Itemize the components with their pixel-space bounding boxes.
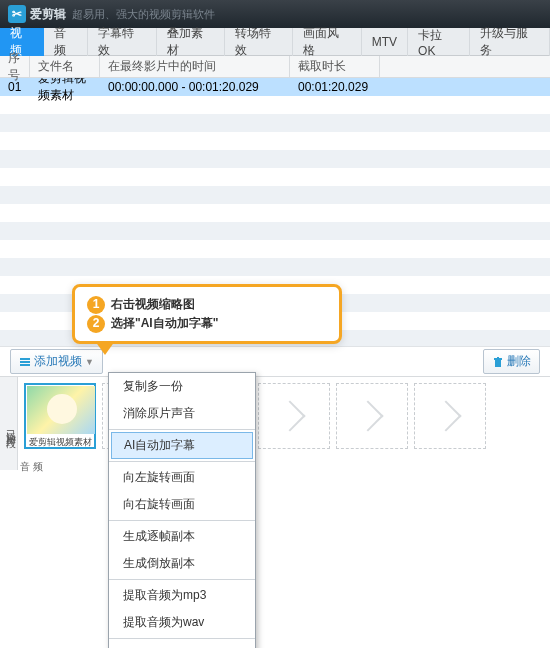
list-icon — [19, 356, 31, 368]
table-row — [0, 150, 550, 168]
col-duration: 截取时长 — [290, 56, 380, 77]
delete-button[interactable]: 删除 — [483, 349, 540, 374]
separator — [109, 429, 255, 430]
table-row — [0, 168, 550, 186]
ctx-extract-mp3[interactable]: 提取音频为mp3 — [109, 582, 255, 609]
ctx-media-info[interactable]: 媒体信息 — [109, 641, 255, 648]
table-row — [0, 240, 550, 258]
separator — [109, 461, 255, 462]
tab-mtv[interactable]: MTV — [362, 28, 408, 56]
clip-placeholder[interactable] — [336, 383, 408, 449]
tab-overlay[interactable]: 叠加素材 — [157, 28, 225, 56]
table-row — [0, 132, 550, 150]
ctx-copy[interactable]: 复制多一份 — [109, 373, 255, 400]
step-number-icon: 2 — [87, 315, 105, 333]
trash-icon — [492, 356, 504, 368]
cell-name: 爱剪辑视频素材 — [30, 78, 100, 104]
step-2-text: 选择"AI自动加字幕" — [111, 314, 218, 333]
svg-rect-0 — [20, 358, 30, 360]
step-number-icon: 1 — [87, 296, 105, 314]
ctx-mute[interactable]: 消除原片声音 — [109, 400, 255, 427]
tab-transition[interactable]: 转场特效 — [225, 28, 293, 56]
step-1-text: 右击视频缩略图 — [111, 295, 195, 314]
cell-time: 00:00:00.000 - 00:01:20.029 — [100, 80, 290, 94]
svg-rect-2 — [20, 364, 30, 366]
title-bar: ✂ 爱剪辑 超易用、强大的视频剪辑软件 — [0, 0, 550, 28]
table-row — [0, 186, 550, 204]
app-logo-icon: ✂ — [8, 5, 26, 23]
context-menu: 复制多一份 消除原片声音 AI自动加字幕 向左旋转画面 向右旋转画面 生成逐帧副… — [108, 372, 256, 648]
tab-upgrade[interactable]: 升级与服务 — [470, 28, 550, 56]
clip-thumbnail[interactable]: 爱剪辑视频素材 — [24, 383, 96, 449]
clip-controls: 添加视频 ▼ 删除 — [0, 346, 550, 376]
table-row — [0, 204, 550, 222]
col-filename: 文件名 — [30, 56, 100, 77]
table-row[interactable]: 01 爱剪辑视频素材 00:00:00.000 - 00:01:20.029 0… — [0, 78, 550, 96]
app-name: 爱剪辑 — [30, 6, 66, 23]
table-row — [0, 222, 550, 240]
audio-label[interactable]: 音 频 — [20, 460, 43, 474]
add-video-label: 添加视频 — [34, 353, 82, 370]
instruction-callout: 1右击视频缩略图 2选择"AI自动加字幕" — [72, 284, 342, 344]
col-index: 序号 — [0, 56, 30, 77]
clip-placeholder[interactable] — [258, 383, 330, 449]
tab-audio[interactable]: 音频 — [44, 28, 89, 56]
delete-label: 删除 — [507, 353, 531, 370]
side-tab-added[interactable]: 已添加片段 — [0, 377, 18, 470]
tab-karaoke[interactable]: 卡拉OK — [408, 28, 470, 56]
ctx-rotate-left[interactable]: 向左旋转画面 — [109, 464, 255, 491]
table-row — [0, 258, 550, 276]
thumbnail-label: 爱剪辑视频素材 — [26, 435, 94, 450]
ctx-extract-wav[interactable]: 提取音频为wav — [109, 609, 255, 636]
cell-index: 01 — [0, 80, 30, 94]
add-video-button[interactable]: 添加视频 ▼ — [10, 349, 103, 374]
ctx-ai-subtitle[interactable]: AI自动加字幕 — [111, 432, 253, 459]
ctx-reverse-copy[interactable]: 生成倒放副本 — [109, 550, 255, 577]
app-tagline: 超易用、强大的视频剪辑软件 — [72, 7, 215, 22]
table-row — [0, 114, 550, 132]
cell-dur: 00:01:20.029 — [290, 80, 380, 94]
separator — [109, 638, 255, 639]
timeline-clips: 已添加片段 爱剪辑视频素材 — [0, 376, 550, 470]
svg-rect-1 — [20, 361, 30, 363]
column-headers: 序号 文件名 在最终影片中的时间 截取时长 — [0, 56, 550, 78]
ctx-rotate-right[interactable]: 向右旋转画面 — [109, 491, 255, 518]
tab-style[interactable]: 画面风格 — [293, 28, 361, 56]
ctx-frame-copy[interactable]: 生成逐帧副本 — [109, 523, 255, 550]
tab-video[interactable]: 视频 — [0, 28, 44, 56]
main-tabs: 视频 音频 字幕特效 叠加素材 转场特效 画面风格 MTV 卡拉OK 升级与服务 — [0, 28, 550, 56]
separator — [109, 579, 255, 580]
clip-area: 爱剪辑视频素材 — [18, 377, 550, 470]
tab-subtitle-fx[interactable]: 字幕特效 — [88, 28, 156, 56]
thumbnail-image — [27, 386, 95, 434]
dropdown-icon: ▼ — [85, 357, 94, 367]
col-time: 在最终影片中的时间 — [100, 56, 290, 77]
separator — [109, 520, 255, 521]
clip-placeholder[interactable] — [414, 383, 486, 449]
